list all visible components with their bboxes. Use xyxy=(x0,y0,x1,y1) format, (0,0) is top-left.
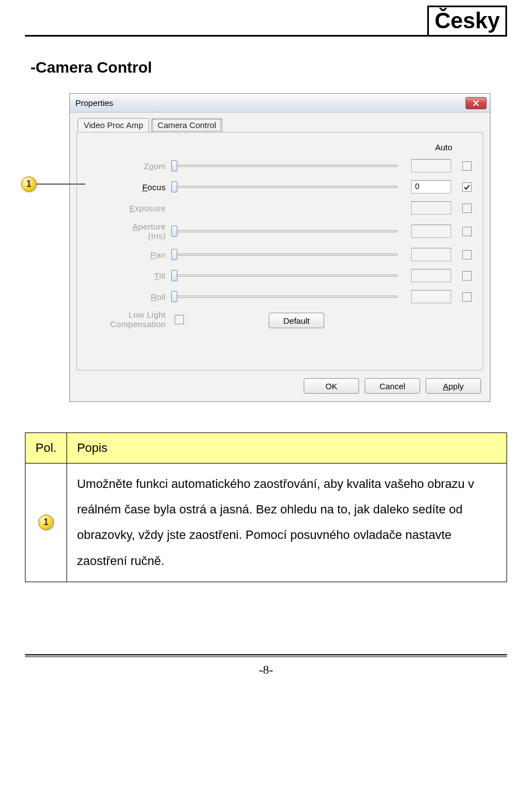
row-focus: Focus 0 xyxy=(88,176,472,197)
label-pan: Pan xyxy=(88,250,171,259)
value-exposure xyxy=(411,201,451,215)
callout-1-ball-in-table: 1 xyxy=(38,515,54,530)
label-roll: Roll xyxy=(88,292,171,302)
section-title: -Camera Control xyxy=(30,59,507,77)
value-zoom xyxy=(411,159,451,172)
auto-column-header: Auto xyxy=(435,142,452,152)
table-row-icon-cell: 1 xyxy=(25,464,67,582)
ok-button[interactable]: OK xyxy=(304,378,359,394)
properties-dialog: Properties Video Proc Amp Camera Control… xyxy=(69,93,490,402)
tab-video-proc-amp[interactable]: Video Proc Amp xyxy=(78,118,149,133)
auto-focus[interactable] xyxy=(462,182,472,192)
callout-1-ball: 1 xyxy=(21,176,37,192)
table-header-pol: Pol. xyxy=(25,433,67,464)
close-button[interactable] xyxy=(466,97,487,109)
footer-rule xyxy=(25,654,507,657)
auto-aperture[interactable] xyxy=(462,227,472,236)
row-roll: Roll xyxy=(88,286,472,307)
tab-camera-control[interactable]: Camera Control xyxy=(151,118,222,133)
label-tilt: Tilt xyxy=(88,271,171,281)
auto-exposure[interactable] xyxy=(462,203,472,213)
checkbox-low-light-comp[interactable] xyxy=(175,315,184,324)
camera-control-group: Auto Zoom Focus 0 xyxy=(76,132,483,370)
row-aperture: Aperture (Iris) xyxy=(88,218,472,244)
tab-strip: Video Proc Amp Camera Control xyxy=(78,118,483,133)
slider-focus[interactable] xyxy=(171,181,402,193)
dialog-title: Properties xyxy=(75,98,113,108)
table-row-description: Umožněte funkci automatického zaostřován… xyxy=(66,464,507,582)
page-number: -8- xyxy=(25,663,507,677)
apply-button[interactable]: Apply xyxy=(426,378,481,394)
label-zoom: Zoom xyxy=(88,161,171,171)
auto-roll[interactable] xyxy=(462,292,472,302)
check-icon xyxy=(463,184,470,191)
auto-pan[interactable] xyxy=(462,250,472,259)
value-pan xyxy=(411,248,451,261)
dialog-button-row: OK Cancel Apply xyxy=(76,370,483,394)
label-aperture: Aperture (Iris) xyxy=(88,222,171,241)
slider-aperture[interactable] xyxy=(171,225,402,237)
row-tilt: Tilt xyxy=(88,265,472,286)
label-focus: Focus xyxy=(88,182,171,192)
auto-zoom[interactable] xyxy=(462,161,472,171)
value-focus[interactable]: 0 xyxy=(411,180,451,194)
callout-1: 1 xyxy=(21,176,85,192)
row-exposure: Exposure xyxy=(88,197,472,218)
default-button[interactable]: Default xyxy=(269,313,324,328)
value-aperture xyxy=(411,225,451,238)
cancel-button[interactable]: Cancel xyxy=(365,378,420,394)
value-tilt xyxy=(411,269,451,282)
auto-tilt[interactable] xyxy=(462,271,472,281)
slider-zoom[interactable] xyxy=(171,160,402,172)
close-icon xyxy=(473,100,479,106)
table-row: 1 Umožněte funkci automatického zaostřov… xyxy=(25,464,507,582)
value-roll xyxy=(411,290,451,303)
language-badge: Česky xyxy=(427,6,507,37)
row-zoom: Zoom xyxy=(88,155,472,176)
slider-roll[interactable] xyxy=(171,291,402,303)
label-low-light-comp: Low LightCompensation xyxy=(88,310,171,329)
label-exposure: Exposure xyxy=(88,203,171,213)
dialog-titlebar: Properties xyxy=(70,94,490,113)
table-header-popis: Popis xyxy=(66,433,507,464)
description-table: Pol. Popis 1 Umožněte funkci automatické… xyxy=(25,432,507,582)
slider-pan[interactable] xyxy=(171,248,402,261)
row-pan: Pan xyxy=(88,244,472,265)
slider-tilt[interactable] xyxy=(171,269,402,282)
